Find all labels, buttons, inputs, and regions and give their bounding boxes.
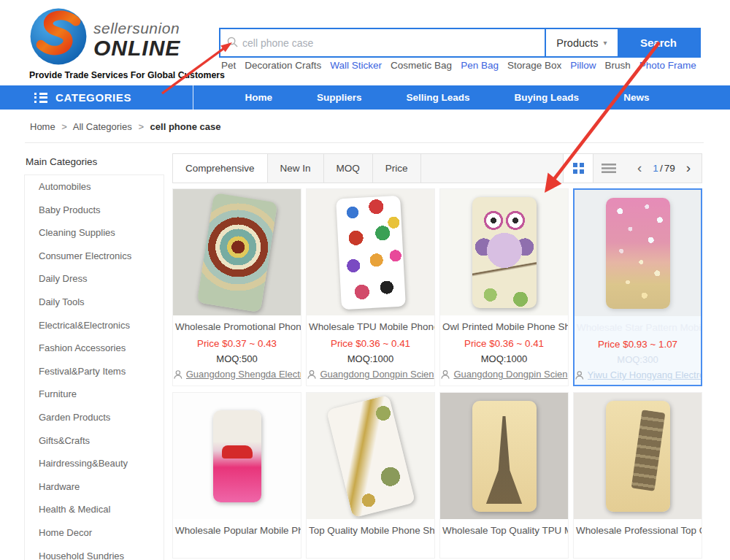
sidebar-category-item[interactable]: Electrical&Electronics: [25, 314, 164, 337]
quick-link[interactable]: Wall Sticker: [330, 60, 382, 71]
sidebar-category-item[interactable]: Hairdressing&Beauty: [25, 452, 164, 475]
product-supplier-link[interactable]: Yiwu City Hongyang Electro: [575, 369, 701, 380]
sidebar-category-list: AutomobilesBaby ProductsCleaning Supplie…: [24, 174, 164, 560]
product-title[interactable]: Wholesale Popular Mobile Ph: [173, 525, 301, 536]
search-icon: [227, 37, 238, 47]
search-button[interactable]: Search: [618, 29, 699, 56]
list-view-icon: [602, 163, 616, 174]
product-card[interactable]: Wholesale Star Pattern Mobil Price $0.93…: [573, 188, 702, 386]
search-category-dropdown[interactable]: Products ▾: [546, 29, 618, 56]
quick-links: PetDecoration CraftsWall StickerCosmetic…: [221, 60, 696, 71]
categories-menu-button[interactable]: CATEGORIES: [0, 85, 193, 110]
main-panel: ComprehensiveNew InMOQPrice: [172, 153, 702, 560]
sort-tab[interactable]: Comprehensive: [173, 154, 268, 183]
quick-link[interactable]: Pen Bag: [461, 60, 499, 71]
product-card[interactable]: Owl Printed Mobile Phone Sh Price $0.36 …: [439, 188, 569, 386]
product-moq: MOQ:500: [173, 353, 301, 364]
sidebar-category-item[interactable]: Daily Tools: [25, 291, 164, 314]
search-input[interactable]: [220, 29, 545, 56]
logo[interactable]: sellersunion ONLINE Provide Trade Servic…: [29, 7, 215, 80]
product-title[interactable]: Wholesale Promotional Phone: [173, 321, 301, 332]
product-image[interactable]: [307, 393, 434, 519]
product-supplier-link[interactable]: Guangdong Shengda Electr: [173, 369, 301, 380]
product-title[interactable]: Wholesale Star Pattern Mobil: [575, 322, 701, 333]
quick-link[interactable]: Pet: [221, 60, 236, 71]
sidebar-category-item[interactable]: Cleaning Supplies: [25, 221, 164, 245]
list-view-button[interactable]: [593, 154, 624, 183]
product-supplier-link[interactable]: Guangdong Dongpin Scien: [440, 369, 568, 380]
search-category-label: Products: [556, 37, 598, 49]
product-title[interactable]: Wholesale Professional Top Q: [574, 525, 702, 536]
sidebar-category-item[interactable]: Home Decor: [25, 521, 164, 545]
breadcrumb-separator: >: [61, 121, 67, 132]
user-icon: [307, 369, 317, 380]
product-image[interactable]: [575, 190, 701, 316]
quick-link[interactable]: Cosmetic Bag: [391, 60, 452, 71]
nav-item[interactable]: News: [623, 92, 649, 103]
product-title[interactable]: Owl Printed Mobile Phone Sh: [440, 321, 568, 332]
quick-link[interactable]: Pillow: [570, 60, 596, 71]
nav-item[interactable]: Selling Leads: [407, 92, 470, 103]
sidebar-category-item[interactable]: Gifts&Crafts: [25, 429, 164, 453]
product-image[interactable]: [440, 189, 568, 315]
product-card[interactable]: Top Quality Mobile Phone Sh: [306, 392, 435, 559]
breadcrumb-all-categories[interactable]: All Categories: [73, 121, 132, 132]
product-card[interactable]: Wholesale Professional Top Q: [573, 392, 702, 559]
product-price: Price $0.36 ~ 0.41: [307, 338, 434, 349]
sidebar-category-item[interactable]: Consumer Electronics: [25, 245, 164, 268]
page-indicator: 1/79: [653, 163, 675, 174]
product-title[interactable]: Wholesale TPU Mobile Phone: [307, 321, 434, 332]
product-title[interactable]: Wholesale Top Quality TPU M: [440, 525, 568, 536]
grid-view-button[interactable]: [563, 154, 593, 183]
brand-wordmark: sellersunion ONLINE: [93, 16, 180, 60]
product-card[interactable]: Wholesale TPU Mobile Phone Price $0.36 ~…: [306, 188, 435, 386]
product-image[interactable]: [173, 393, 301, 519]
product-supplier-link[interactable]: Guangdong Dongpin Scien: [307, 369, 434, 380]
product-card[interactable]: Wholesale Promotional Phone Price $0.37 …: [172, 188, 301, 386]
hamburger-icon: [34, 91, 47, 104]
sort-tab[interactable]: New In: [268, 154, 324, 183]
supplier-name: Guangdong Dongpin Scien: [320, 369, 434, 380]
sidebar-title: Main Categories: [26, 156, 164, 167]
sidebar-category-item[interactable]: Baby Products: [25, 199, 164, 222]
sidebar-category-item[interactable]: Hardware: [25, 475, 164, 499]
sidebar-category-item[interactable]: Health & Medical: [25, 498, 164, 521]
nav-item[interactable]: Buying Leads: [515, 92, 580, 103]
product-card[interactable]: Wholesale Popular Mobile Ph: [172, 392, 301, 559]
search-bar: Products ▾ Search: [219, 28, 701, 58]
sidebar-category-item[interactable]: Daily Dress: [25, 267, 164, 291]
product-image[interactable]: [574, 393, 702, 519]
product-image[interactable]: [173, 189, 301, 315]
sidebar-category-item[interactable]: Festival&Party Items: [25, 360, 164, 383]
sidebar: Main Categories AutomobilesBaby Products…: [24, 153, 164, 560]
sidebar-category-item[interactable]: Automobiles: [25, 175, 164, 199]
product-image[interactable]: [307, 189, 434, 315]
sort-tab[interactable]: Price: [373, 154, 421, 183]
nav-item[interactable]: Home: [245, 92, 273, 103]
product-image[interactable]: [440, 393, 568, 519]
quick-link[interactable]: Brush: [604, 60, 630, 71]
breadcrumb-wrap: Home > All Categories > cell phone case: [0, 110, 730, 143]
next-page-icon[interactable]: ›: [686, 161, 691, 177]
supplier-name: Yiwu City Hongyang Electro: [588, 369, 701, 380]
quick-link[interactable]: Storage Box: [507, 60, 561, 71]
breadcrumb-separator: >: [138, 121, 144, 132]
sort-tab[interactable]: MOQ: [324, 154, 373, 183]
search-input-area: [220, 29, 545, 56]
breadcrumb-home[interactable]: Home: [30, 121, 55, 132]
quick-link[interactable]: Decoration Crafts: [245, 60, 321, 71]
prev-page-icon[interactable]: ‹: [637, 161, 642, 177]
product-title[interactable]: Top Quality Mobile Phone Sh: [307, 525, 434, 536]
page-separator: /: [660, 163, 663, 174]
quick-link[interactable]: Photo Frame: [639, 60, 696, 71]
phone-case-graphic: [336, 195, 406, 309]
sidebar-category-item[interactable]: Fashion Accessories: [25, 337, 164, 360]
chevron-down-icon: ▾: [604, 39, 607, 47]
sidebar-category-item[interactable]: Furniture: [25, 383, 164, 406]
nav-item[interactable]: Suppliers: [317, 92, 362, 103]
product-card[interactable]: Wholesale Top Quality TPU M: [439, 392, 569, 559]
sidebar-category-item[interactable]: Garden Products: [25, 406, 164, 429]
content: Main Categories AutomobilesBaby Products…: [0, 143, 730, 560]
supplier-name: Guangdong Dongpin Scien: [453, 369, 567, 380]
sidebar-category-item[interactable]: Household Sundries: [25, 545, 164, 560]
